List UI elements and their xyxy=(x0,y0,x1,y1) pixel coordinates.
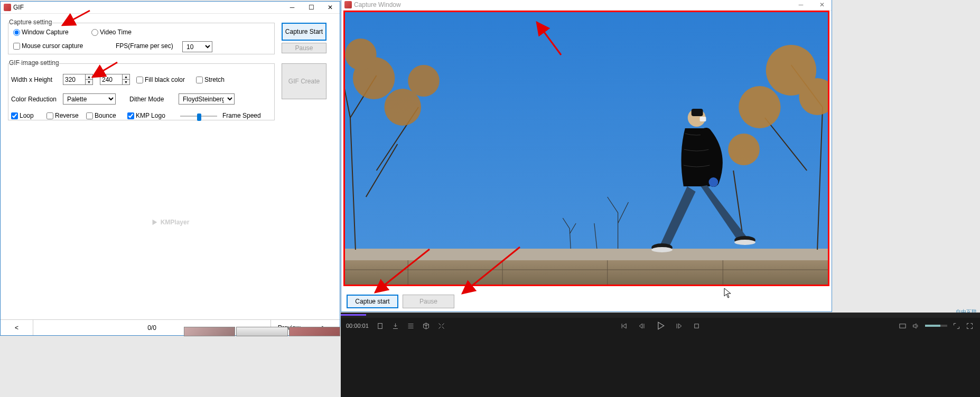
svg-point-19 xyxy=(708,177,718,187)
window-capture-radio-row: Window Capture xyxy=(13,29,69,36)
svg-rect-24 xyxy=(378,323,382,328)
height-input[interactable] xyxy=(100,74,122,85)
gif-titlebar[interactable]: GIF ─ ☐ ✕ xyxy=(1,2,340,14)
color-reduction-label: Color Reduction xyxy=(11,96,57,103)
mouse-cursor-icon xyxy=(724,288,731,298)
width-down[interactable]: ▼ xyxy=(86,80,92,84)
reverse-label: Reverse xyxy=(55,112,79,119)
stretch-label: Stretch xyxy=(204,76,225,83)
loop-label: Loop xyxy=(20,112,34,119)
app-icon xyxy=(4,4,11,11)
minimize-button[interactable]: ─ xyxy=(283,2,302,13)
loop-checkbox[interactable] xyxy=(11,112,18,119)
svg-rect-25 xyxy=(695,324,699,328)
window-title: GIF xyxy=(13,4,283,11)
svg-rect-2 xyxy=(345,260,828,285)
fullscreen-icon[interactable] xyxy=(966,322,974,330)
width-height-label: Width x Height xyxy=(11,76,52,83)
fill-black-checkbox[interactable] xyxy=(136,77,143,83)
play-icon[interactable] xyxy=(655,320,666,331)
video-time-label: Video Time xyxy=(100,29,132,36)
capture-setting-group xyxy=(8,23,275,54)
close-button[interactable]: ✕ xyxy=(321,2,340,13)
svg-rect-18 xyxy=(700,117,706,121)
bounce-checkbox[interactable] xyxy=(86,112,93,119)
dither-mode-label: Dither Mode xyxy=(129,96,164,103)
capture-close-button[interactable]: ✕ xyxy=(813,0,832,10)
svg-rect-1 xyxy=(345,249,828,260)
width-up[interactable]: ▲ xyxy=(86,74,92,80)
step-forward-icon[interactable] xyxy=(675,322,683,330)
height-down[interactable]: ▼ xyxy=(123,80,129,84)
video-time-radio[interactable] xyxy=(91,29,98,36)
bookmark-icon[interactable] xyxy=(376,322,384,330)
capture-start-button-2[interactable]: Captue start xyxy=(347,295,398,308)
player-timeline[interactable] xyxy=(341,313,980,318)
download-icon[interactable] xyxy=(391,322,399,330)
svg-point-21 xyxy=(651,247,673,252)
window-capture-radio[interactable] xyxy=(13,29,20,36)
prev-frame-button[interactable]: < xyxy=(1,320,33,335)
height-up[interactable]: ▲ xyxy=(123,74,129,80)
gif-window: GIF ─ ☐ ✕ Capture setting Window Capture… xyxy=(0,1,340,336)
svg-point-23 xyxy=(734,240,755,245)
app-icon xyxy=(344,1,352,8)
capture-viewport xyxy=(343,11,829,286)
volume-icon[interactable] xyxy=(912,322,920,330)
capture-pause-button[interactable]: Pause xyxy=(403,295,454,308)
cube-icon[interactable] xyxy=(422,322,430,330)
fill-black-label: Fill black color xyxy=(145,76,185,83)
gif-create-button[interactable]: GIF Create xyxy=(282,63,326,99)
fps-label: FPS(Frame per sec) xyxy=(116,42,173,50)
maximize-button[interactable]: ☐ xyxy=(302,2,321,13)
kmp-logo-checkbox[interactable] xyxy=(127,112,134,119)
reverse-checkbox[interactable] xyxy=(46,112,53,119)
width-input[interactable] xyxy=(63,74,85,85)
mouse-cursor-row: Mouse cursor capture xyxy=(13,42,83,50)
stretch-checkbox[interactable] xyxy=(196,77,203,83)
mouse-cursor-label: Mouse cursor capture xyxy=(22,42,83,50)
aspect-icon[interactable] xyxy=(899,322,907,330)
frame-speed-slider[interactable] xyxy=(180,111,217,121)
pause-button[interactable]: Pause xyxy=(282,43,326,53)
capture-window: Capture Window ─ ✕ xyxy=(341,0,832,312)
kmplayer-watermark: KMPlayer xyxy=(151,219,190,226)
player-timecode: 00:00:01 xyxy=(346,323,369,329)
crop-icon[interactable] xyxy=(437,322,445,330)
window-capture-label: Window Capture xyxy=(22,29,69,36)
capture-start-button[interactable]: Capture Start xyxy=(282,23,326,41)
capture-titlebar[interactable]: Capture Window ─ ✕ xyxy=(341,0,832,11)
color-reduction-select[interactable]: Palette xyxy=(63,93,116,105)
svg-rect-26 xyxy=(900,324,906,328)
frame-speed-label: Frame Speed xyxy=(222,112,261,119)
svg-rect-17 xyxy=(692,109,703,116)
mouse-cursor-checkbox[interactable] xyxy=(13,43,20,50)
svg-point-15 xyxy=(728,134,760,165)
step-back-icon[interactable] xyxy=(638,322,646,330)
stop-icon[interactable] xyxy=(693,322,701,330)
bounce-label: Bounce xyxy=(95,112,116,119)
capture-minimize-button[interactable]: ─ xyxy=(791,0,810,10)
capture-window-title: Capture Window xyxy=(354,1,401,8)
background-thumbnails xyxy=(184,327,340,336)
svg-point-11 xyxy=(408,65,440,97)
prev-track-icon[interactable] xyxy=(620,322,628,330)
fps-select[interactable]: 10 xyxy=(182,41,212,52)
video-time-radio-row: Video Time xyxy=(91,29,132,36)
svg-point-13 xyxy=(739,86,780,128)
expand-icon[interactable] xyxy=(953,322,960,330)
list-icon[interactable] xyxy=(407,322,415,330)
svg-point-10 xyxy=(345,39,377,70)
video-player-bar: 自由互联 00:00:01 xyxy=(341,313,980,397)
kmp-logo-label: KMP Logo xyxy=(136,112,165,119)
dither-mode-select[interactable]: FloydSteinberg xyxy=(179,93,235,105)
